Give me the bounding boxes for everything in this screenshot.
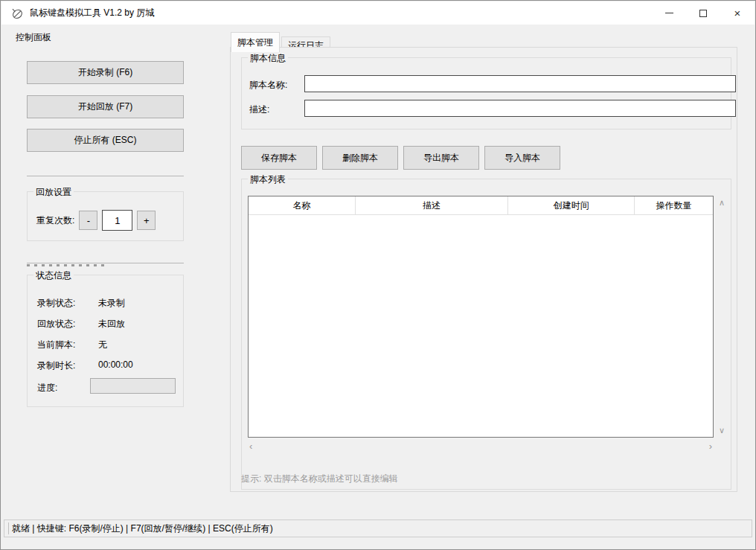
playback-settings-title: 回放设置 xyxy=(33,186,74,199)
column-header-name[interactable]: 名称 xyxy=(249,196,356,214)
maximize-icon xyxy=(699,10,707,17)
repeat-count-row: 重复次数: - + xyxy=(36,210,156,231)
playback-status-value: 未回放 xyxy=(98,318,125,330)
clipped-text-artifact xyxy=(27,264,106,266)
script-name-input[interactable] xyxy=(304,75,736,92)
script-name-label: 脚本名称: xyxy=(249,79,287,92)
script-list-title: 脚本列表 xyxy=(248,173,288,186)
script-info-title: 脚本信息 xyxy=(248,52,288,65)
window-title: 鼠标键盘模拟工具 V1.2 by 厉城 xyxy=(30,7,154,19)
script-table: 名称 描述 创建时间 操作数量 xyxy=(248,196,714,438)
repeat-increment-button[interactable]: + xyxy=(137,211,156,230)
app-window: 鼠标键盘模拟工具 V1.2 by 厉城 × 控制面板 开始录制 (F6) 开始回… xyxy=(0,0,756,550)
current-script-label: 当前脚本: xyxy=(37,339,98,351)
stop-all-button[interactable]: 停止所有 (ESC) xyxy=(27,129,184,152)
record-status-label: 录制状态: xyxy=(37,297,98,310)
script-desc-input[interactable] xyxy=(304,100,736,117)
playback-status-label: 回放状态: xyxy=(37,318,98,330)
status-info-title: 状态信息 xyxy=(33,269,74,282)
tab-script-management[interactable]: 脚本管理 xyxy=(231,32,280,52)
repeat-count-input[interactable] xyxy=(102,210,132,231)
playback-status-row: 回放状态: 未回放 xyxy=(37,318,125,330)
window-controls: × xyxy=(652,1,755,25)
horizontal-scrollbar[interactable]: ‹ › xyxy=(248,440,714,452)
start-record-button[interactable]: 开始录制 (F6) xyxy=(27,61,184,84)
save-script-button[interactable]: 保存脚本 xyxy=(241,146,317,170)
script-name-row: 脚本名称: xyxy=(249,79,287,92)
status-bar-text: 就绪 | 快捷键: F6(录制/停止) | F7(回放/暂停/继续) | ESC… xyxy=(12,522,273,535)
column-header-created[interactable]: 创建时间 xyxy=(508,196,635,214)
export-script-button[interactable]: 导出脚本 xyxy=(403,146,479,170)
separator xyxy=(27,176,184,176)
start-playback-button[interactable]: 开始回放 (F7) xyxy=(27,95,184,118)
maximize-button[interactable] xyxy=(686,1,720,25)
delete-script-button[interactable]: 删除脚本 xyxy=(322,146,398,170)
status-info-group: 状态信息 录制状态: 未录制 回放状态: 未回放 当前脚本: 无 录制时长: 0… xyxy=(27,275,184,407)
script-management-page: 脚本信息 脚本名称: 描述: 保存脚本 删除脚本 导出脚本 导入脚本 脚本列表 … xyxy=(230,47,737,492)
edit-hint-text: 提示: 双击脚本名称或描述可以直接编辑 xyxy=(241,473,398,485)
scroll-left-icon[interactable]: ‹ xyxy=(249,441,252,451)
current-script-value: 无 xyxy=(98,339,107,351)
status-bar-divider xyxy=(8,522,9,534)
minimize-icon xyxy=(665,13,673,13)
import-script-button[interactable]: 导入脚本 xyxy=(484,146,560,170)
vertical-scrollbar[interactable]: ∧ ∨ xyxy=(716,196,728,438)
record-duration-value: 00:00:00 xyxy=(98,359,133,372)
playback-settings-group: 回放设置 重复次数: - + xyxy=(27,191,184,241)
column-header-description[interactable]: 描述 xyxy=(356,196,509,214)
script-info-group: 脚本信息 脚本名称: 描述: xyxy=(241,57,731,129)
record-duration-label: 录制时长: xyxy=(37,359,98,372)
repeat-count-label: 重复次数: xyxy=(36,214,74,227)
separator xyxy=(27,263,184,263)
record-status-value: 未录制 xyxy=(98,297,125,310)
column-header-op-count[interactable]: 操作数量 xyxy=(635,196,713,214)
title-bar: 鼠标键盘模拟工具 V1.2 by 厉城 × xyxy=(1,1,755,25)
status-bar: 就绪 | 快捷键: F6(录制/停止) | F7(回放/暂停/继续) | ESC… xyxy=(4,519,752,537)
script-desc-row: 描述: xyxy=(249,103,269,116)
minimize-button[interactable] xyxy=(652,1,686,25)
current-script-row: 当前脚本: 无 xyxy=(37,339,107,351)
scroll-down-icon[interactable]: ∨ xyxy=(719,426,725,435)
control-panel-title: 控制面板 xyxy=(16,31,51,44)
repeat-decrement-button[interactable]: - xyxy=(79,211,97,230)
scroll-up-icon[interactable]: ∧ xyxy=(719,199,725,207)
scroll-right-icon[interactable]: › xyxy=(709,441,712,451)
close-button[interactable]: × xyxy=(720,1,755,25)
mouse-app-icon xyxy=(10,7,24,20)
close-icon: × xyxy=(734,7,741,19)
script-table-header: 名称 描述 创建时间 操作数量 xyxy=(249,196,713,215)
script-desc-label: 描述: xyxy=(249,103,269,116)
record-status-row: 录制状态: 未录制 xyxy=(37,297,125,310)
record-duration-row: 录制时长: 00:00:00 xyxy=(37,359,133,372)
progress-label: 进度: xyxy=(37,382,57,394)
script-list-group: 脚本列表 名称 描述 创建时间 操作数量 ∧ ∨ ‹ › xyxy=(241,179,731,490)
progress-bar xyxy=(90,378,176,394)
